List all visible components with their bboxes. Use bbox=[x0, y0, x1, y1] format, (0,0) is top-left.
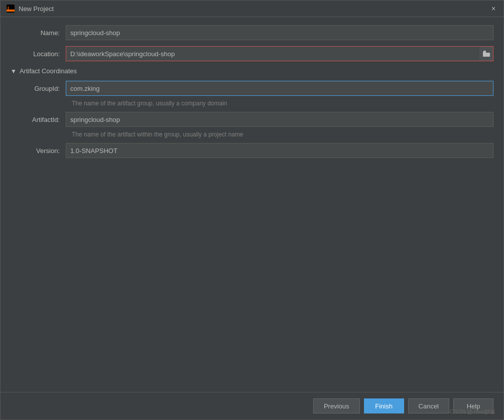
previous-button[interactable]: Previous bbox=[313, 398, 360, 413]
groupid-label: GroupId: bbox=[11, 85, 66, 92]
location-input[interactable] bbox=[66, 46, 479, 61]
artifactid-hint: The name of the artifact within the grou… bbox=[72, 131, 493, 138]
name-input[interactable] bbox=[66, 25, 493, 40]
version-label: Version: bbox=[11, 147, 66, 155]
groupid-hint: The name of the artifact group, usually … bbox=[72, 100, 493, 107]
artifactid-input[interactable] bbox=[66, 112, 493, 127]
svg-rect-5 bbox=[483, 51, 486, 52]
version-row: Version: bbox=[11, 143, 493, 158]
close-button[interactable]: × bbox=[489, 5, 497, 13]
app-icon: I bbox=[7, 5, 15, 13]
name-row: Name: bbox=[11, 25, 493, 40]
artifactid-row: ArtifactId: bbox=[11, 112, 493, 127]
svg-rect-2 bbox=[7, 10, 15, 12]
dialog-title: New Project bbox=[19, 5, 485, 13]
title-bar: I New Project × bbox=[1, 1, 503, 17]
location-label: Location: bbox=[11, 50, 66, 58]
finish-button[interactable]: Finish bbox=[364, 398, 404, 413]
cancel-button[interactable]: Cancel bbox=[408, 398, 449, 413]
artifactid-label: ArtifactId: bbox=[11, 116, 66, 123]
section-toggle-icon[interactable]: ▼ bbox=[11, 68, 17, 75]
location-row: Location: bbox=[11, 46, 493, 61]
groupid-input[interactable] bbox=[66, 81, 493, 96]
dialog-footer: Previous Finish Cancel Help bbox=[1, 392, 503, 419]
version-input[interactable] bbox=[66, 143, 493, 158]
name-label: Name: bbox=[11, 29, 66, 37]
dialog-content: Name: Location: ▼ Artifact Coordinates bbox=[1, 17, 503, 392]
artifact-section-header: ▼ Artifact Coordinates bbox=[11, 67, 493, 75]
artifact-section-title: Artifact Coordinates bbox=[20, 67, 77, 75]
location-wrapper bbox=[66, 46, 493, 61]
svg-rect-4 bbox=[483, 53, 490, 57]
watermark: CSDN @Java炒饭 bbox=[450, 408, 495, 415]
new-project-dialog: I New Project × Name: Location: bbox=[0, 0, 504, 420]
browse-folder-button[interactable] bbox=[479, 46, 493, 61]
groupid-row: GroupId: bbox=[11, 81, 493, 96]
